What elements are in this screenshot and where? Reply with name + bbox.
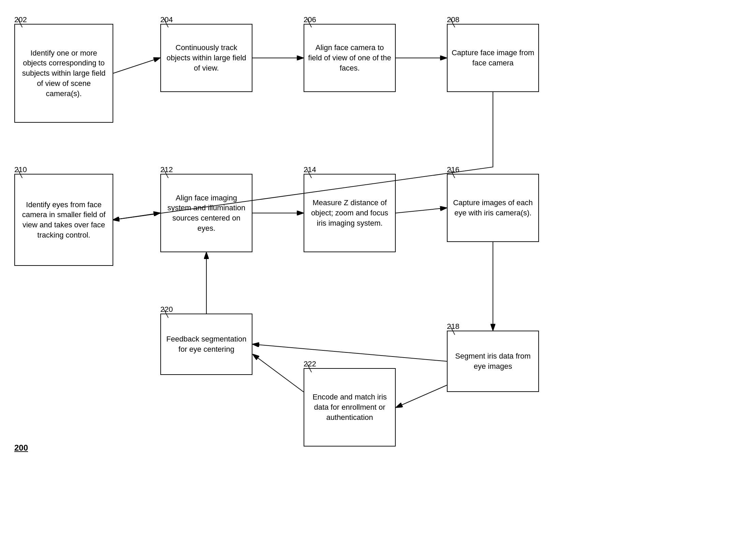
label-212: 212	[160, 165, 173, 174]
label-214: 214	[304, 165, 316, 174]
label-202: 202	[14, 15, 27, 24]
svg-line-10	[396, 385, 447, 407]
box-218: Segment iris data from eye images	[447, 331, 539, 392]
label-218: 218	[447, 322, 459, 331]
box-212-text: Align face imaging system and illuminati…	[164, 193, 248, 233]
label-220: 220	[160, 305, 173, 314]
svg-line-4	[113, 213, 160, 220]
svg-line-6	[396, 208, 446, 213]
box-214: Measure Z distance of object; zoom and f…	[304, 174, 396, 252]
box-210: Identify eyes from face camera in smalle…	[14, 174, 113, 266]
box-202: Identify one or more objects correspondi…	[14, 24, 113, 123]
box-216-text: Capture images of each eye with iris cam…	[451, 198, 535, 218]
box-204: Continuously track objects within large …	[160, 24, 252, 92]
box-222: Encode and match iris data for enrollmen…	[304, 368, 396, 447]
box-214-text: Measure Z distance of object; zoom and f…	[308, 198, 392, 228]
label-206: 206	[304, 15, 316, 24]
label-204: 204	[160, 15, 173, 24]
svg-line-8	[253, 344, 447, 361]
box-212: Align face imaging system and illuminati…	[160, 174, 252, 252]
box-210-text: Identify eyes from face camera in smalle…	[18, 200, 109, 240]
box-208-text: Capture face image from face camera	[451, 48, 535, 68]
box-208: Capture face image from face camera	[447, 24, 539, 92]
box-220: Feedback segmentation for eye centering	[160, 314, 252, 375]
box-204-text: Continuously track objects within large …	[164, 43, 248, 73]
label-210: 210	[14, 165, 27, 174]
flowchart-diagram: Identify one or more objects correspondi…	[0, 0, 744, 560]
diagram-label-200: 200	[14, 443, 28, 453]
box-206: Align face camera to field of view of on…	[304, 24, 396, 92]
box-206-text: Align face camera to field of view of on…	[308, 43, 392, 73]
label-216: 216	[447, 165, 459, 174]
svg-line-11	[253, 354, 304, 392]
box-220-text: Feedback segmentation for eye centering	[164, 334, 248, 354]
box-222-text: Encode and match iris data for enrollmen…	[308, 392, 392, 422]
label-208: 208	[447, 15, 459, 24]
box-216: Capture images of each eye with iris cam…	[447, 174, 539, 242]
box-202-text: Identify one or more objects correspondi…	[18, 48, 109, 99]
box-218-text: Segment iris data from eye images	[451, 351, 535, 371]
svg-line-1	[113, 58, 160, 73]
label-222: 222	[304, 360, 316, 368]
